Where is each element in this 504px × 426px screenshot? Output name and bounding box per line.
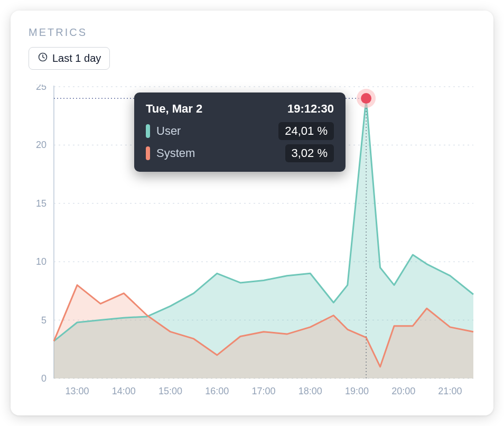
svg-point-26 xyxy=(361,93,371,104)
svg-text:5: 5 xyxy=(41,315,46,326)
swatch-user xyxy=(146,124,150,138)
svg-text:19:00: 19:00 xyxy=(345,386,369,396)
svg-text:14:00: 14:00 xyxy=(112,386,136,396)
tooltip-label-system: System xyxy=(156,146,279,160)
svg-text:25: 25 xyxy=(36,85,46,92)
card-title: METRICS xyxy=(29,26,475,39)
chart-area[interactable]: 0510152025 13:0014:0015:0016:0017:0018:0… xyxy=(29,85,475,400)
tooltip-label-user: User xyxy=(156,124,272,138)
svg-text:17:00: 17:00 xyxy=(251,386,275,396)
svg-text:18:00: 18:00 xyxy=(298,386,322,396)
svg-text:10: 10 xyxy=(36,256,46,267)
swatch-system xyxy=(146,146,150,160)
time-range-button[interactable]: Last 1 day xyxy=(29,47,110,70)
tooltip-value-user: 24,01 % xyxy=(278,122,334,140)
svg-text:15:00: 15:00 xyxy=(158,386,182,396)
svg-text:21:00: 21:00 xyxy=(438,386,462,396)
tooltip-value-system: 3,02 % xyxy=(285,144,334,162)
tooltip-date: Tue, Mar 2 xyxy=(146,102,202,116)
svg-text:13:00: 13:00 xyxy=(66,386,89,396)
time-range-label: Last 1 day xyxy=(52,52,101,64)
tooltip-time: 19:12:30 xyxy=(287,102,334,116)
tooltip-row-user: User 24,01 % xyxy=(146,122,334,140)
svg-text:16:00: 16:00 xyxy=(205,386,229,396)
svg-text:15: 15 xyxy=(36,198,46,209)
metrics-card: METRICS Last 1 day 0510152025 13:0014:00… xyxy=(11,11,493,415)
svg-text:20:00: 20:00 xyxy=(391,386,415,396)
clock-icon xyxy=(38,52,48,65)
svg-text:0: 0 xyxy=(41,373,46,384)
chart-tooltip: Tue, Mar 2 19:12:30 User 24,01 % System … xyxy=(134,92,346,172)
svg-text:20: 20 xyxy=(36,140,46,150)
tooltip-row-system: System 3,02 % xyxy=(146,144,334,162)
